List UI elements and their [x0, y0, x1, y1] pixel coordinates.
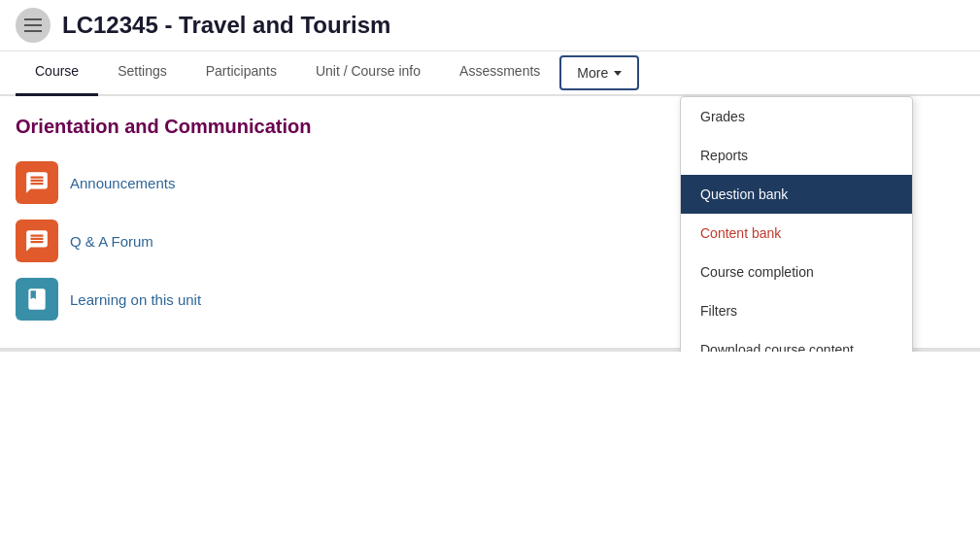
learning-label: Learning on this unit — [70, 291, 201, 308]
hamburger-icon — [24, 18, 42, 32]
more-tab-label: More — [577, 65, 608, 81]
qa-forum-icon-container — [16, 220, 58, 262]
main-content: Orientation and Communication Announceme… — [0, 96, 980, 340]
dropdown-item-download-course-content[interactable]: Download course content — [681, 330, 912, 352]
chevron-down-icon — [614, 71, 622, 76]
top-bar: LC12345 - Travel and Tourism — [0, 0, 980, 51]
qa-forum-label: Q & A Forum — [70, 233, 153, 250]
page-title: LC12345 - Travel and Tourism — [62, 12, 390, 39]
dropdown-item-question-bank[interactable]: Question bank — [681, 175, 912, 214]
announcements-icon-container — [16, 161, 58, 204]
tab-more[interactable]: More — [559, 55, 639, 90]
tab-settings[interactable]: Settings — [98, 51, 186, 96]
tab-assessments[interactable]: Assessments — [440, 51, 559, 96]
dropdown-item-content-bank[interactable]: Content bank — [681, 214, 912, 253]
dropdown-item-reports[interactable]: Reports — [681, 136, 912, 175]
nav-tabs: Course Settings Participants Unit / Cour… — [0, 51, 980, 96]
dropdown-item-filters[interactable]: Filters — [681, 291, 912, 330]
forum-icon — [24, 228, 50, 254]
forum-icon — [24, 170, 50, 195]
announcements-label: Announcements — [70, 175, 175, 191]
tab-participants[interactable]: Participants — [186, 51, 296, 96]
learning-icon-container — [16, 278, 58, 321]
book-icon — [24, 287, 50, 312]
dropdown-item-grades[interactable]: Grades — [681, 97, 912, 136]
dropdown-item-course-completion[interactable]: Course completion — [681, 253, 912, 291]
more-dropdown-menu: Grades Reports Question bank Content ban… — [680, 96, 913, 352]
hamburger-button[interactable] — [16, 8, 51, 43]
tab-course[interactable]: Course — [16, 51, 98, 96]
tab-unit-course-info[interactable]: Unit / Course info — [296, 51, 440, 96]
